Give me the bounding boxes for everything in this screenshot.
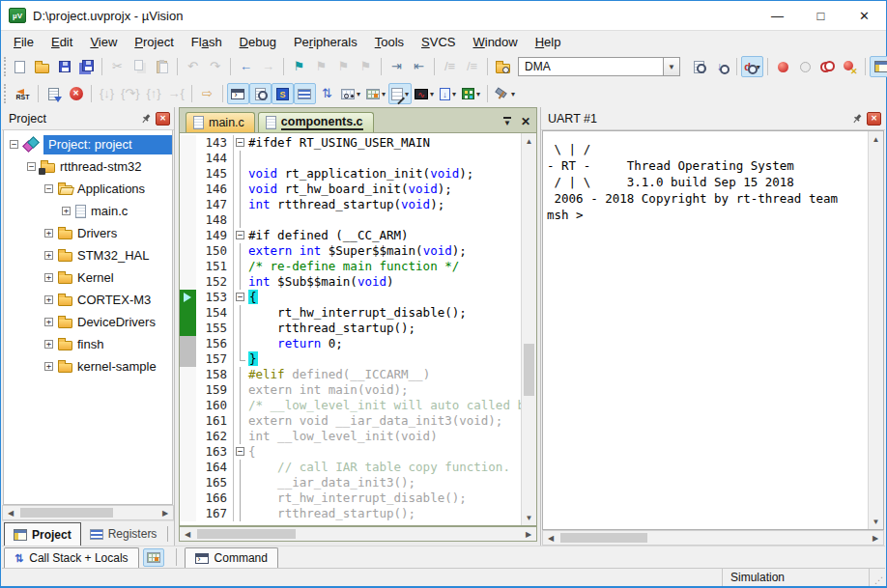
scroll-thumb[interactable] [560,533,647,543]
collapse-icon[interactable]: − [27,162,36,171]
menu-svcs[interactable]: SVCS [413,32,464,52]
next-bookmark-button[interactable]: ⚑ [310,56,332,77]
scroll-right-icon[interactable]: ▶ [868,534,883,543]
tree-item-drivers[interactable]: +Drivers [4,222,172,244]
scroll-left-icon[interactable]: ◀ [543,534,558,543]
tree-item-devicedrivers[interactable]: +DeviceDrivers [4,311,172,333]
chevron-down-icon[interactable]: ▾ [476,90,480,98]
save-button[interactable] [53,56,75,77]
uart-vscrollbar[interactable]: ▲ ▼ [868,131,883,529]
find-in-files-folder-button[interactable] [492,56,514,77]
indent-button[interactable]: ⇥ [386,56,408,77]
clear-bookmarks-button[interactable]: ⚑ [355,56,377,77]
code-line[interactable]: 157} [180,351,521,367]
fold-collapse-icon[interactable]: − [233,444,245,460]
copy-button[interactable] [129,56,151,77]
open-folder-button[interactable] [31,56,53,77]
tab-main-c[interactable]: main.c [186,112,255,132]
show-next-statement-button[interactable]: ⇨ [196,83,218,104]
paste-button[interactable] [151,56,173,77]
navigate-forward-button[interactable]: → [257,56,279,77]
fold-minus-icon[interactable]: − [236,231,244,239]
tab-registers[interactable]: Registers [81,522,166,546]
chevron-down-icon[interactable]: ▾ [511,90,515,98]
scroll-thumb[interactable] [524,344,534,396]
step-out-button[interactable]: {↑} [143,83,165,104]
debug-settings-button[interactable]: ▾ [492,83,518,104]
code-line[interactable]: 163−{ [180,444,521,460]
menu-view[interactable]: View [81,32,126,52]
find-in-files-button[interactable] [688,56,710,77]
cut-button[interactable]: ✂ [106,56,129,77]
run-button[interactable] [43,83,65,104]
pin-icon[interactable] [140,113,152,125]
tab-call-stack-locals[interactable]: ⇅ Call Stack + Locals [4,547,139,568]
code-line[interactable]: 159extern int main(void); [180,382,521,398]
tab-components-c[interactable]: components.c [258,112,374,132]
menu-project[interactable]: Project [126,32,182,52]
editor-vscrollbar[interactable]: ▲ ▼ [521,133,536,525]
menu-flash[interactable]: Flash [183,32,231,52]
code-line[interactable]: 150extern int $Super$$main(void); [180,243,521,259]
tab-command[interactable]: Command [185,547,278,568]
new-file-button[interactable] [9,56,31,77]
fold-collapse-icon[interactable]: − [233,135,245,151]
stop-button[interactable]: ✕ [65,83,87,104]
tree-item-rtthread-stm32[interactable]: −rtthread-stm32 [4,155,172,178]
code-line[interactable]: 160/* __low_level_init will auto called … [180,398,521,413]
toggle-bookmark-button[interactable]: ⚑ [288,56,310,77]
code-line[interactable]: 147int rtthread_startup(void); [180,197,521,212]
disassembly-window-button[interactable] [249,83,272,104]
scroll-thumb[interactable] [197,529,296,539]
scroll-down-icon[interactable]: ▼ [869,514,883,529]
code-line[interactable]: 152int $Sub$$main(void) [180,274,521,290]
code-line[interactable]: 158#elif defined(__ICCARM__) [180,367,521,382]
scroll-up-icon[interactable]: ▲ [522,133,536,149]
editor-close-icon[interactable]: ✕ [521,116,530,127]
tree-item-finsh[interactable]: +finsh [4,333,172,355]
fold-collapse-icon[interactable]: − [233,290,245,305]
uart-terminal[interactable]: \ | / - RT - Thread Operating System / |… [542,130,884,530]
fold-minus-icon[interactable]: − [236,447,244,456]
expand-icon[interactable]: + [44,251,53,260]
search-combo-value[interactable]: DMA [518,57,663,76]
pin-icon[interactable] [851,113,863,125]
redo-button[interactable]: ↷ [204,56,226,77]
step-over-button[interactable]: {↷} [118,83,143,104]
code-line[interactable]: 151/* re-define main function */ [180,259,521,274]
code-line[interactable]: 143−#ifdef RT_USING_USER_MAIN [180,135,521,151]
fold-minus-icon[interactable]: − [236,293,244,301]
toggle-breakpoint-button[interactable] [794,56,816,77]
maximize-button[interactable]: □ [799,1,843,30]
close-button[interactable]: ✕ [843,1,886,30]
call-stack-window-button[interactable]: ⇅ [316,83,338,104]
collapse-icon[interactable]: − [44,184,53,193]
code-line[interactable]: 148 [180,212,521,228]
search-combo[interactable]: DMA▼ [518,57,680,76]
scroll-down-icon[interactable]: ▼ [522,510,536,525]
code-line[interactable]: 165 __iar_data_init3(); [180,475,521,490]
chevron-down-icon[interactable]: ▾ [357,90,360,98]
tree-item-project-project[interactable]: −Project: project [4,133,172,155]
system-viewer-window-button[interactable]: ↓▾ [437,83,459,104]
tab-project[interactable]: Project [4,522,81,546]
memory-window-button[interactable]: ▾ [363,83,388,104]
comment-selection-button[interactable]: /≡ [439,56,461,77]
menu-edit[interactable]: Edit [43,32,81,52]
chevron-down-icon[interactable]: ▾ [405,90,409,98]
resize-grip[interactable]: ⋰ [870,569,885,586]
expand-icon[interactable]: + [44,273,53,282]
code-line[interactable]: 156 return 0; [180,336,521,351]
outdent-button[interactable]: ⇤ [408,56,430,77]
code-line[interactable]: 162int __low_level_init(void) [180,429,521,444]
uncomment-selection-button[interactable]: /≡ [461,56,483,77]
undo-button[interactable]: ↶ [182,56,204,77]
expand-icon[interactable]: + [44,362,53,371]
scroll-thumb[interactable] [20,508,113,518]
navigate-back-button[interactable]: ← [235,56,257,77]
analysis-window-button[interactable]: ∿▾ [412,83,437,104]
uart-hscrollbar[interactable]: ◀ ▶ [542,530,884,546]
incremental-find-button[interactable]: ↓ [710,56,732,77]
code-line[interactable]: 161extern void __iar_data_init3(void); [180,413,521,429]
code-line[interactable]: 149−#if defined (__CC_ARM) [180,228,521,243]
